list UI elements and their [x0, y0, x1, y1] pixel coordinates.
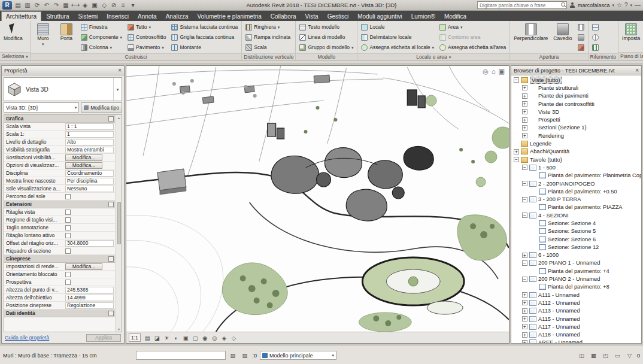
controsoffitto-button[interactable]: Controsoffitto	[126, 32, 168, 42]
griglia-facciata-button[interactable]: Griglia facciata continua	[169, 32, 239, 42]
browser-tree-item[interactable]: − 3 - 200 P TERRA	[511, 195, 641, 203]
save-icon[interactable]: ▥	[23, 1, 32, 10]
tetto-button[interactable]: Tetto ▾	[126, 22, 168, 32]
tree-expander-icon[interactable]: +	[522, 85, 527, 90]
gruppo-modello-button[interactable]: Gruppo di modello ▾	[298, 43, 355, 52]
ringhiera-button[interactable]: Ringhiera ▾	[244, 22, 292, 32]
browser-tree-item[interactable]: + 6 - 1000	[511, 251, 641, 259]
browser-tree-item[interactable]: + Prospetti	[511, 116, 641, 123]
browser-tree-item[interactable]: + Sezioni (Sezione 1)	[511, 124, 641, 132]
tree-expander-icon[interactable]: +	[522, 93, 527, 99]
property-value[interactable]: 245.5365	[65, 287, 114, 293]
ribbon-tab[interactable]: Volumetrie e planimetria	[193, 11, 266, 21]
browser-tree-item[interactable]: − 200 PIANO 1 - Unnamed	[511, 259, 641, 267]
section-icon[interactable]: ⊘	[110, 1, 118, 10]
view-selector[interactable]: Vista 3D: {3D} ▾	[4, 102, 79, 113]
tree-expander-icon[interactable]: −	[522, 213, 527, 218]
property-checkbox[interactable]	[65, 225, 71, 230]
finestra-button[interactable]: Finestra	[79, 22, 124, 32]
panel-label-distribuzione[interactable]: Distribuzione verticale	[242, 53, 295, 60]
tree-expander-icon[interactable]: +	[514, 149, 519, 154]
browser-tree-item[interactable]: Sezione: Sezione 6	[511, 235, 641, 243]
sun-path-icon[interactable]: ☀	[162, 333, 171, 342]
show-crop-icon[interactable]: ▢	[191, 333, 200, 342]
tree-expander-icon[interactable]: −	[522, 181, 527, 186]
browser-tree-item[interactable]: + A118 - Unnamed	[511, 331, 641, 339]
scale-button[interactable]: 1:1	[129, 333, 141, 342]
help-menu-caret-icon[interactable]: ▾	[630, 3, 632, 7]
browser-tree-item[interactable]: − Tavole (tutto)	[511, 156, 641, 163]
scala-button[interactable]: Scala	[244, 43, 292, 52]
navigation-wheel-icon[interactable]: ◎	[483, 68, 489, 75]
browser-tree-item[interactable]: Legende	[511, 139, 641, 147]
browser-tree-item[interactable]: + A115 - Unnamed	[511, 315, 641, 323]
modifica-tipo-button[interactable]: Modifica tipo	[81, 102, 122, 113]
property-value[interactable]: 14.4999	[65, 295, 114, 301]
browser-tree-item[interactable]: − Viste (tutto)	[511, 76, 641, 84]
properties-header[interactable]: Proprietà ×	[2, 66, 124, 75]
sistema-facciata-button[interactable]: Sistema facciata continua	[169, 22, 239, 32]
favorites-star-icon[interactable]: ☆	[617, 2, 622, 8]
panel-label-costruisci[interactable]: Costruisci	[31, 53, 241, 60]
ribbon-tab[interactable]: Lumion®	[407, 11, 439, 21]
browser-tree-item[interactable]: + Piante strutturali	[511, 84, 641, 92]
ribbon-tab[interactable]: Annota	[134, 11, 161, 21]
tree-expander-icon[interactable]: +	[522, 117, 527, 123]
montante-button[interactable]: Montante	[169, 43, 239, 52]
browser-tree-item[interactable]: Pianta del pavimento: PIAZZA	[511, 204, 641, 211]
panel-label-piano-di-lavoro[interactable]: Piano di lavoro	[618, 52, 643, 60]
section-expander-icon[interactable]	[108, 311, 114, 316]
browser-tree-item[interactable]: Sezione: Sezione 4	[511, 219, 641, 227]
property-checkbox[interactable]	[65, 272, 71, 277]
section-expander-icon[interactable]	[108, 256, 114, 262]
tree-expander-icon[interactable]: +	[522, 133, 527, 138]
browser-tree-item[interactable]: + Piante dei controsoffitti	[511, 100, 641, 108]
reveal-hidden-icon[interactable]: ◎	[210, 333, 219, 342]
worksets-box[interactable]	[136, 351, 226, 360]
type-selector[interactable]: Vista 3D ▾	[4, 77, 122, 101]
property-value[interactable]: 1 : 1	[65, 123, 114, 130]
panel-label-modello[interactable]: Modello	[296, 53, 357, 60]
browser-tree-item[interactable]: − 2 - 200PIANOIPOGEO	[511, 180, 641, 187]
ribbon-tab[interactable]: Vista	[301, 11, 323, 21]
project-browser-header[interactable]: Browser di progetto - TESI DICEMBRE.rvt …	[511, 66, 641, 75]
browser-tree-item[interactable]: − 4 - SEZIONI	[511, 211, 641, 219]
porta-button[interactable]: Porta	[56, 22, 77, 43]
property-value[interactable]: Mostra entrambi	[65, 147, 114, 153]
tree-expander-icon[interactable]	[532, 244, 537, 250]
property-value[interactable]: Nessuno	[65, 186, 114, 192]
browser-tree-item[interactable]: + Piante dei pavimenti	[511, 92, 641, 100]
viewcube-icon[interactable]: ▣	[499, 68, 505, 75]
thin-lines-icon[interactable]: ≡	[119, 1, 128, 10]
tree-expander-icon[interactable]	[532, 205, 537, 210]
redo-icon[interactable]: ↷	[52, 1, 60, 10]
scroll-down-icon[interactable]: ▾	[118, 327, 120, 331]
browser-tree-item[interactable]: Pianta del pavimento: +4	[511, 267, 641, 275]
piano-riferimento-button[interactable]	[590, 43, 600, 52]
browser-tree-item[interactable]: + Rendering	[511, 132, 641, 139]
area-button[interactable]: Area ▾	[438, 22, 508, 32]
press-drag-icon[interactable]: ▭	[613, 351, 622, 360]
property-edit-button[interactable]: Modifica...	[65, 263, 102, 270]
ribbon-tab[interactable]: Struttura	[42, 11, 73, 21]
modifica-button[interactable]: Modifica	[2, 22, 25, 43]
search-input[interactable]	[478, 2, 560, 8]
worksets-icon[interactable]: ▧	[229, 351, 238, 360]
property-checkbox[interactable]	[65, 217, 71, 223]
livello-button[interactable]	[590, 22, 600, 32]
ribbon-tab[interactable]: Analizza	[162, 11, 193, 21]
tree-expander-icon[interactable]	[514, 141, 519, 147]
browser-tree-item[interactable]: − 1 - 500	[511, 163, 641, 171]
visual-style-icon[interactable]: ◪	[153, 333, 162, 342]
property-checkbox[interactable]	[65, 248, 71, 254]
apply-button[interactable]: Applica	[86, 334, 121, 342]
revit-logo[interactable]: R	[2, 1, 12, 10]
worksharing-display-icon[interactable]: ◫	[577, 351, 586, 360]
componente-button[interactable]: Componente ▾	[79, 32, 124, 42]
scroll-up-icon[interactable]: ▴	[118, 116, 120, 120]
property-checkbox[interactable]	[65, 194, 71, 199]
tree-expander-icon[interactable]: +	[522, 125, 527, 131]
apertura-abbaino-button[interactable]	[576, 43, 586, 52]
browser-tree-item[interactable]: + A117 - Unnamed	[511, 323, 641, 330]
drawing-area[interactable]: ◎ ⌂ ▣ 1:1 ▤◪☀◐▣▢◉◎◈◇	[126, 65, 509, 344]
